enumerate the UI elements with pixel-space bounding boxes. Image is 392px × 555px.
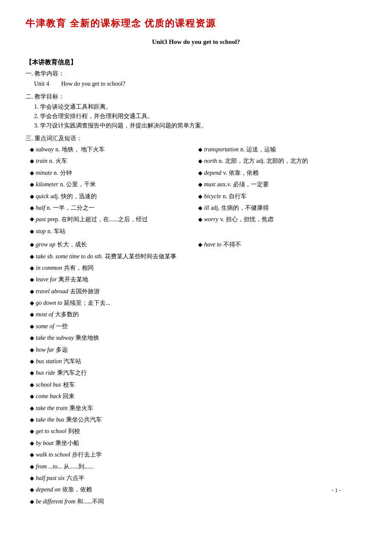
vocab-north: ◆ north n. 北部，北方 adj. 北部的，北方的 (198, 156, 366, 166)
section2-item3: 3. 学习设计实践调查报告中的问题，并提出解决问题的简单方案。 (34, 122, 366, 130)
vocab-kilometer: ◆ kilometer n. 公里，千米 (30, 180, 198, 189)
phrase-bus-station: ◆ bus station 汽车站 (30, 357, 366, 366)
phrase-take-train: ◆ take the train 乘坐火车 (30, 404, 366, 413)
vocab-stop: ◆ stop n. 车站 (30, 227, 198, 236)
phrase-take-bus: ◆ take the bus 乘坐公共汽车 (30, 415, 366, 425)
section2-block: 二. 教学目标： 1. 学会谈论交通工具和距离。 2. 学会合理安排行程，并合理… (26, 93, 366, 130)
phrase-by-boat: ◆ by boat 乘坐小船 (30, 439, 366, 448)
vocab-train: ◆ train n. 火车 (30, 156, 198, 166)
section1-block: 【本讲教育信息】 一. 教学内容： Unit 4 How do you get … (26, 58, 366, 88)
vocab-left-col: ◆ subway n. 地铁， 地下火车 ◆ train n. 火车 ◆ min… (30, 145, 198, 238)
phrase-travel-abroad: ◆ travel abroad 去国外旅游 (30, 287, 366, 296)
page-number: - 1 - (331, 487, 341, 494)
phrase-how-far: ◆ how far 多远 (30, 345, 366, 355)
phrases-left-col: ◆ grow up 长大，成长 (30, 240, 198, 251)
section1-unit: Unit 4 How do you get to school? (34, 80, 366, 88)
phrase-get-to-school: ◆ get to school 到校 (30, 427, 366, 436)
section2-item1: 1. 学会谈论交通工具和距离。 (34, 103, 366, 111)
vocab-must: ◆ must aux.v. 必须，一定要 (198, 180, 366, 189)
phrase-most-of: ◆ most of 大多数的 (30, 310, 366, 319)
phrase-in-common: ◆ in common 共有，相同 (30, 263, 366, 273)
phrase-depend-on: ◆ depend on 依靠，依赖 (30, 485, 366, 494)
section1-teaching-content: 一. 教学内容： (26, 70, 366, 78)
phrase-school-bus: ◆ school bus 校车 (30, 380, 366, 390)
vocab-depend: ◆ depend v. 依靠，依赖 (198, 168, 366, 178)
vocab-worry: ◆ worry v. 担心，担忧，焦虑 (198, 215, 366, 224)
phrase-leave-for: ◆ leave for 离开去某地 (30, 275, 366, 284)
vocab-transportation: ◆ transportation n. 运送，运输 (198, 145, 366, 154)
vocab-half: ◆ half n. 一半，二分之一 (30, 203, 198, 213)
section2-item2: 2. 学会合理安排行程，并合理利用交通工具。 (34, 113, 366, 120)
phrase-grow-up: ◆ grow up 长大，成长 (30, 240, 198, 249)
phrase-half-past-six: ◆ half past six 六点半 (30, 474, 366, 483)
unit-title: Unit3 How do you get to school? (26, 38, 366, 46)
phrase-some-of: ◆ some of 一些 (30, 322, 366, 331)
section1-label: 【本讲教育信息】 (26, 58, 366, 66)
phrase-take-subway: ◆ take the subway 乘坐地铁 (30, 333, 366, 343)
vocab-subway: ◆ subway n. 地铁， 地下火车 (30, 145, 198, 154)
vocab-quick: ◆ quick adj. 快的，迅速的 (30, 192, 198, 201)
phrases-single-col: ◆ take sb. some time to do sth. 花费某人某些时间… (30, 252, 366, 507)
vocab-minute: ◆ minute n. 分钟 (30, 168, 198, 178)
vocab-right-col: ◆ transportation n. 运送，运输 ◆ north n. 北部，… (198, 145, 366, 238)
vocab-past: ◆ past prep. 在时间上超过，在......之后，经过 (30, 215, 198, 224)
section2-label: 二. 教学目标： (26, 93, 366, 101)
phrase-have-to: ◆ have to 不得不 (198, 240, 366, 249)
phrase-be-different-from: ◆ be different from 和......不同 (30, 497, 366, 506)
phrase-go-down-to: ◆ go down to 延续至；走下去... (30, 298, 366, 308)
phrase-bus-ride: ◆ bus ride 乘汽车之行 (30, 368, 366, 378)
phrase-take-sb: ◆ take sb. some time to do sth. 花费某人某些时间… (30, 252, 366, 261)
phrase-come-back: ◆ come back 回来 (30, 392, 366, 401)
section3-label: 三. 重点词汇及短语： (26, 135, 366, 142)
section3-block: 三. 重点词汇及短语： ◆ subway n. 地铁， 地下火车 ◆ train… (26, 135, 366, 506)
phrase-from-to: ◆ from ...to... 从......到...... (30, 462, 366, 471)
header-title: 牛津教育 全新的课标理念 优质的课程资源 (26, 17, 366, 30)
vocab-bicycle: ◆ bicycle n. 自行车 (198, 192, 366, 201)
phrases-right-col-have-to: ◆ have to 不得不 (198, 240, 366, 251)
vocab-ill: ◆ ill adj. 生病的，不健康得 (198, 203, 366, 213)
phrase-walk-to-school: ◆ walk to school 步行去上学 (30, 450, 366, 460)
